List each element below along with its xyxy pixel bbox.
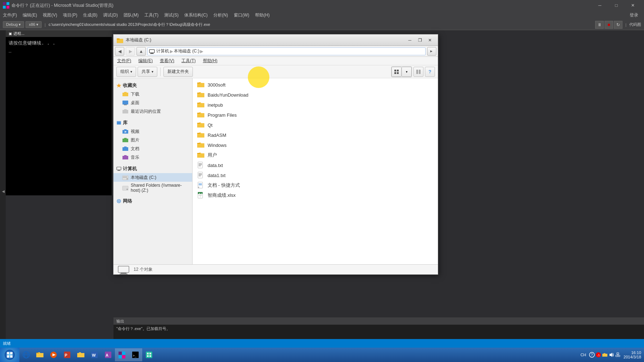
nav-desktop[interactable]: 桌面 bbox=[113, 98, 192, 107]
taskbar-vs[interactable] bbox=[115, 348, 129, 361]
terminal-window: ▣ 进程... 请按任意键继续. . . _ bbox=[6, 30, 112, 195]
content-file-data1-txt[interactable]: data1.txt bbox=[193, 170, 438, 180]
content-folder-inetpub[interactable]: inetpub bbox=[193, 100, 438, 110]
exp-view-dropdown-btn[interactable]: ▾ bbox=[402, 67, 412, 77]
taskbar-folder[interactable] bbox=[33, 348, 47, 361]
content-file-doc-shortcut[interactable]: ↗ 文档 - 快捷方式 bbox=[193, 180, 438, 190]
debug-config[interactable]: Debug ▾ bbox=[3, 21, 24, 28]
nav-video[interactable]: 视频 bbox=[113, 127, 192, 136]
debug-pause-btn[interactable]: ⏸ bbox=[595, 21, 604, 29]
content-folder-3000soft[interactable]: 3000soft bbox=[193, 80, 438, 90]
nav-recent[interactable]: 最近访问的位置 bbox=[113, 107, 192, 116]
exp-close-btn[interactable]: ✕ bbox=[425, 36, 435, 45]
nav-library-header[interactable]: 库 bbox=[113, 119, 192, 127]
exp-restore-btn[interactable]: ❐ bbox=[415, 36, 425, 45]
vs-menu-tools[interactable]: 工具(T) bbox=[142, 11, 161, 19]
vs-maximize-btn[interactable]: □ bbox=[608, 0, 625, 11]
svg-rect-104 bbox=[616, 355, 618, 357]
exp-menu-file[interactable]: 文件(F) bbox=[113, 57, 135, 65]
vs-menu-analyze[interactable]: 分析(N) bbox=[210, 11, 231, 19]
vs-login-btn[interactable]: 登录 bbox=[630, 12, 644, 18]
nav-drive-c[interactable]: 本地磁盘 (C:) bbox=[113, 173, 192, 182]
exp-address-bar[interactable]: 计算机 ▶ 本地磁盘 (C:) ▶ bbox=[147, 47, 426, 55]
nav-music[interactable]: 音乐 bbox=[113, 153, 192, 162]
taskbar-cmd[interactable]: >_ bbox=[129, 348, 142, 361]
pictures-folder-icon bbox=[122, 137, 129, 143]
exp-help-btn[interactable]: ? bbox=[425, 67, 435, 77]
vs-menu-build[interactable]: 生成(B) bbox=[80, 11, 100, 19]
go-arrow-icon bbox=[429, 49, 434, 54]
vs-menu-window[interactable]: 窗口(W) bbox=[231, 11, 252, 19]
taskbar-ie[interactable] bbox=[19, 348, 33, 361]
taskbar-metro[interactable] bbox=[142, 348, 156, 361]
nav-computer-header[interactable]: 计算机 bbox=[113, 164, 192, 173]
svg-rect-0 bbox=[3, 2, 6, 5]
svg-point-29 bbox=[127, 189, 128, 190]
nav-pictures[interactable]: 图片 bbox=[113, 136, 192, 144]
vs-menu-team[interactable]: 团队(M) bbox=[121, 11, 142, 19]
taskbar-explorer[interactable] bbox=[74, 348, 88, 361]
vs-menu-file[interactable]: 文件(F) bbox=[0, 11, 20, 19]
content-folder-users[interactable]: 用户 bbox=[193, 150, 438, 160]
favorites-star-icon bbox=[116, 83, 121, 88]
help-tray-icon[interactable]: ? bbox=[589, 352, 595, 358]
content-file-xlsx[interactable]: XLS 智商成绩.xlsx bbox=[193, 190, 438, 200]
debug-stop-btn[interactable]: ■ bbox=[604, 21, 613, 29]
nav-network-header[interactable]: 网络 bbox=[113, 197, 192, 205]
exp-layout-btn[interactable] bbox=[413, 67, 423, 77]
exp-view-grid-btn[interactable] bbox=[392, 67, 402, 77]
taskbar-ppt[interactable]: P bbox=[60, 348, 74, 361]
vs-menu-edit[interactable]: 编辑(E) bbox=[20, 11, 40, 19]
folder-tray-icon[interactable] bbox=[602, 352, 608, 358]
svg-rect-77 bbox=[36, 353, 43, 357]
exp-minimize-btn[interactable]: ─ bbox=[405, 36, 415, 45]
nav-downloads[interactable]: 下载 bbox=[113, 90, 192, 98]
vs-left-toggle[interactable]: ▶ bbox=[1, 190, 5, 194]
vs-close-btn[interactable]: ✕ bbox=[625, 0, 641, 11]
content-folder-programfiles[interactable]: Program Files bbox=[193, 110, 438, 120]
debug-platform[interactable]: x86 ▾ bbox=[26, 21, 42, 28]
svg-rect-72 bbox=[7, 355, 9, 358]
vs-status-text: 就绪 bbox=[3, 341, 11, 346]
red-circle-tray-icon[interactable]: ⚠ bbox=[596, 352, 601, 358]
exp-up-btn[interactable]: ▲ bbox=[136, 47, 146, 56]
vs-minimize-btn[interactable]: ─ bbox=[592, 0, 608, 11]
exp-menu-help[interactable]: 帮助(H) bbox=[199, 57, 221, 65]
network-tray-icon[interactable] bbox=[615, 352, 621, 358]
debug-restart-btn[interactable]: ↻ bbox=[614, 21, 622, 29]
exp-forward-btn[interactable]: ▶ bbox=[126, 47, 135, 56]
nav-favorites-header[interactable]: 收藏夹 bbox=[113, 81, 192, 90]
terminal-title: 进程... bbox=[13, 31, 24, 36]
desktop-folder-icon bbox=[122, 99, 129, 106]
exp-back-btn[interactable]: ◀ bbox=[115, 47, 124, 56]
vs-menu-help[interactable]: 帮助(H) bbox=[252, 11, 273, 19]
taskbar-word[interactable]: W bbox=[88, 348, 101, 361]
terminal-text: 请按任意键继续. . . bbox=[9, 40, 109, 46]
exp-menu-edit[interactable]: 编辑(E) bbox=[135, 57, 156, 65]
vs-menu-view[interactable]: 视图(V) bbox=[40, 11, 60, 19]
content-folder-windows[interactable]: Windows bbox=[193, 140, 438, 150]
content-file-data-txt[interactable]: data.txt bbox=[193, 160, 438, 170]
exp-menu-tools[interactable]: 工具(T) bbox=[178, 57, 199, 65]
exp-new-folder-btn[interactable]: 新建文件夹 bbox=[163, 67, 193, 77]
vs-menu-test[interactable]: 测试(S) bbox=[161, 11, 181, 19]
exp-menu-view[interactable]: 查看(V) bbox=[156, 57, 178, 65]
exp-go-btn[interactable] bbox=[427, 47, 436, 56]
vs-menu-debug[interactable]: 调试(D) bbox=[100, 11, 121, 19]
taskbar-media[interactable] bbox=[47, 348, 60, 361]
nav-drive-z[interactable]: Shared Folders (\\vmware-host) (Z:) bbox=[113, 182, 192, 194]
clock[interactable]: 16:10 2014/3/18 bbox=[624, 351, 641, 359]
sound-tray-icon[interactable] bbox=[608, 352, 614, 358]
exp-share-btn[interactable]: 共享 ▾ bbox=[138, 67, 157, 77]
content-folder-radasm[interactable]: RadASM bbox=[193, 130, 438, 140]
content-folder-baidu[interactable]: BaiduYunDownload bbox=[193, 90, 438, 100]
start-button[interactable] bbox=[0, 348, 19, 362]
vs-menu-arch[interactable]: 体系结构(C) bbox=[181, 11, 210, 19]
exp-organize-btn[interactable]: 组织 ▾ bbox=[116, 67, 136, 77]
taskbar-access[interactable]: A bbox=[101, 348, 115, 361]
nav-documents[interactable]: 文档 bbox=[113, 144, 192, 153]
vs-menu-project[interactable]: 项目(P) bbox=[60, 11, 80, 19]
drive-z-label: Shared Folders (\\vmware-host) (Z:) bbox=[131, 183, 189, 193]
content-folder-qt[interactable]: Qt bbox=[193, 120, 438, 130]
downloads-folder-icon bbox=[122, 91, 129, 97]
